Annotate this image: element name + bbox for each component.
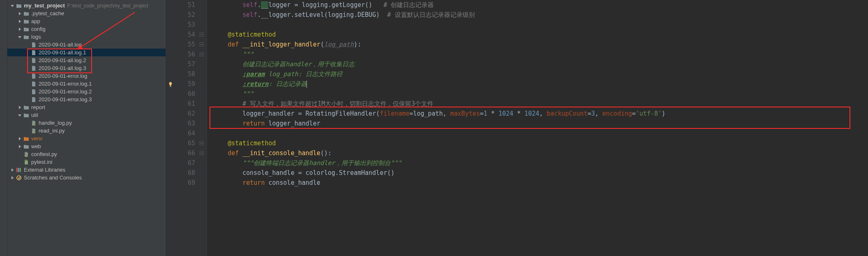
line-number[interactable]: 60 bbox=[166, 89, 195, 99]
code-line[interactable]: return logger_handler bbox=[213, 119, 868, 128]
fold-toggle-icon[interactable] bbox=[199, 32, 204, 37]
fold-toggle-icon[interactable] bbox=[199, 42, 204, 47]
project-tree[interactable]: my_test_project F:\test_code_project\my_… bbox=[7, 0, 166, 256]
line-number[interactable]: 52 bbox=[166, 10, 195, 20]
tree-item[interactable]: 2020-09-01-error.log.3 bbox=[7, 95, 166, 103]
chevron-right-icon[interactable] bbox=[17, 105, 22, 110]
code-line[interactable]: 创建日志记录器handler，用于收集日志 bbox=[213, 59, 868, 69]
line-number[interactable]: 57 bbox=[166, 59, 195, 69]
chevron-down-icon[interactable] bbox=[17, 113, 22, 118]
tree-item[interactable]: read_ini.py bbox=[7, 127, 166, 135]
tree-item[interactable]: 2020-09-01-all.log.2 bbox=[7, 56, 166, 64]
line-number[interactable]: 61 bbox=[166, 99, 195, 109]
tree-item-label: report bbox=[31, 104, 45, 110]
folder-icon bbox=[23, 26, 30, 33]
line-number[interactable]: 53 bbox=[166, 20, 195, 30]
code-line[interactable]: return console_handle bbox=[213, 178, 868, 188]
fold-toggle-icon[interactable] bbox=[199, 52, 204, 57]
intention-bulb-icon[interactable] bbox=[168, 80, 173, 90]
line-number[interactable]: 69 bbox=[166, 178, 195, 188]
tree-item-label: venv bbox=[31, 135, 42, 142]
code-line[interactable]: @staticmethod bbox=[213, 138, 868, 148]
tree-item[interactable]: 2020-09-01-error.log bbox=[7, 72, 166, 80]
line-number[interactable]: 64 bbox=[166, 128, 195, 138]
tree-item[interactable]: util bbox=[7, 111, 166, 119]
line-number[interactable]: 66 bbox=[166, 148, 195, 158]
fold-toggle-icon[interactable] bbox=[199, 151, 204, 156]
tree-item-label: 2020-09-01-all.log.2 bbox=[39, 57, 86, 63]
code-line[interactable] bbox=[213, 128, 868, 138]
code-line[interactable]: :param log_path: 日志文件路径 bbox=[213, 69, 868, 79]
file-icon bbox=[30, 73, 37, 79]
chevron-right-icon[interactable] bbox=[17, 27, 22, 32]
gutter[interactable]: 51525354555657585960616263646566676869 bbox=[166, 0, 207, 256]
tool-window-stripe-left[interactable] bbox=[0, 0, 7, 256]
tree-item-label: util bbox=[31, 112, 38, 118]
code-line[interactable]: :return: 日志记录器 bbox=[213, 79, 868, 89]
tree-item-label: logs bbox=[31, 34, 41, 40]
tree-item[interactable]: 2020-09-01-error.log.1 bbox=[7, 80, 166, 88]
code-line[interactable]: self.__logger = logging.getLogger() # 创建… bbox=[213, 0, 868, 10]
chevron-right-icon[interactable] bbox=[17, 136, 22, 141]
tree-item[interactable]: logs bbox=[7, 33, 166, 41]
code-area[interactable]: self.__logger = logging.getLogger() # 创建… bbox=[207, 0, 868, 256]
line-number[interactable]: 56 bbox=[166, 49, 195, 59]
code-editor[interactable]: 51525354555657585960616263646566676869 s… bbox=[166, 0, 868, 256]
tree-item[interactable]: 2020-09-01-all.log.1 bbox=[7, 49, 166, 56]
tree-item[interactable]: 2020-09-01-all.log bbox=[7, 41, 166, 49]
line-number[interactable]: 58 bbox=[166, 69, 195, 79]
svg-rect-2 bbox=[18, 168, 19, 172]
root-path: F:\test_code_project\my_test_project bbox=[67, 3, 148, 9]
tree-item[interactable]: venv bbox=[7, 135, 166, 142]
tree-item[interactable]: app bbox=[7, 17, 166, 25]
tree-item[interactable]: config bbox=[7, 25, 166, 33]
code-line[interactable]: logger_handler = RotatingFileHandler(fil… bbox=[213, 109, 868, 119]
chevron-right-icon[interactable] bbox=[17, 19, 22, 24]
line-number[interactable]: 54 bbox=[166, 30, 195, 40]
tree-item[interactable]: web bbox=[7, 142, 166, 150]
code-line[interactable]: @staticmethod bbox=[213, 30, 868, 40]
chevron-right-icon[interactable] bbox=[10, 175, 15, 180]
code-line[interactable]: def __init_logger_handler(log_path): bbox=[213, 40, 868, 49]
code-line[interactable]: def __init_console_handle(): bbox=[213, 148, 868, 158]
spacer bbox=[17, 152, 22, 157]
line-number[interactable]: 55 bbox=[166, 40, 195, 49]
code-line[interactable]: # 写入文件，如果文件超过1M大小时，切割日志文件，仅保留3个文件 bbox=[213, 99, 868, 109]
chevron-right-icon[interactable] bbox=[17, 11, 22, 16]
line-number[interactable]: 62 bbox=[166, 109, 195, 119]
tree-item[interactable]: .pytest_cache bbox=[7, 9, 166, 17]
folder-icon bbox=[23, 18, 30, 25]
scratches-consoles[interactable]: Scratches and Consoles bbox=[7, 174, 166, 182]
external-libraries[interactable]: External Libraries bbox=[7, 166, 166, 174]
tree-root[interactable]: my_test_project F:\test_code_project\my_… bbox=[7, 2, 166, 9]
tree-item-label: config bbox=[31, 26, 46, 32]
tree-item-label: 2020-09-01-error.log.1 bbox=[39, 81, 92, 87]
tree-item[interactable]: handle_log.py bbox=[7, 119, 166, 127]
line-number[interactable]: 51 bbox=[166, 0, 195, 10]
file-icon bbox=[30, 88, 37, 95]
chevron-down-icon[interactable] bbox=[10, 3, 15, 8]
line-number[interactable]: 63 bbox=[166, 119, 195, 128]
code-line[interactable]: """创建终端日志记录器handler，用于输出到控制台""" bbox=[213, 158, 868, 168]
spacer bbox=[25, 97, 30, 102]
line-number[interactable]: 67 bbox=[166, 158, 195, 168]
code-line[interactable]: """ bbox=[213, 49, 868, 59]
code-line[interactable]: self.__logger.setLevel(logging.DEBUG) # … bbox=[213, 10, 868, 20]
spacer bbox=[25, 81, 30, 86]
code-line[interactable] bbox=[213, 20, 868, 30]
library-icon bbox=[16, 167, 22, 173]
chevron-down-icon[interactable] bbox=[17, 35, 22, 40]
tree-item[interactable]: conftest.py bbox=[7, 150, 166, 158]
tree-item[interactable]: report bbox=[7, 103, 166, 111]
tree-item[interactable]: pytest.ini bbox=[7, 158, 166, 166]
line-number[interactable]: 65 bbox=[166, 138, 195, 148]
code-line[interactable]: """ bbox=[213, 89, 868, 99]
tree-item[interactable]: 2020-09-01-all.log.3 bbox=[7, 64, 166, 72]
file-icon bbox=[30, 57, 37, 64]
fold-toggle-icon[interactable] bbox=[199, 141, 204, 146]
tree-item[interactable]: 2020-09-01-error.log.2 bbox=[7, 88, 166, 95]
line-number[interactable]: 68 bbox=[166, 168, 195, 178]
chevron-right-icon[interactable] bbox=[10, 168, 15, 172]
code-line[interactable]: console_handle = colorlog.StreamHandler(… bbox=[213, 168, 868, 178]
chevron-right-icon[interactable] bbox=[17, 144, 22, 149]
